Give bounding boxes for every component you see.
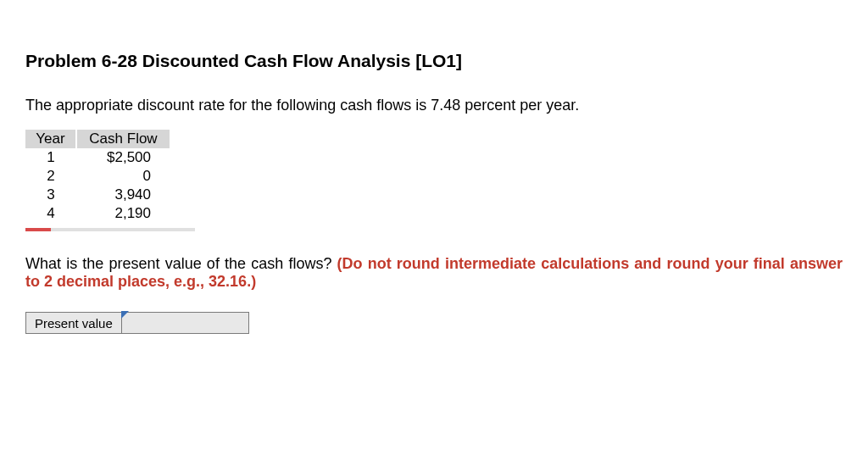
table-row: 3 3,940 (25, 186, 170, 204)
cell-flow: 0 (76, 167, 170, 186)
input-corner-marker-icon (121, 311, 129, 319)
cash-flow-table: Year Cash Flow 1 $2,500 2 0 3 3,940 4 2,… (25, 130, 170, 223)
cell-flow: $2,500 (76, 148, 170, 167)
present-value-input[interactable] (122, 312, 249, 334)
answer-row: Present value (25, 312, 843, 334)
cell-year: 3 (25, 186, 76, 204)
table-row: 4 2,190 (25, 204, 170, 223)
question-plain: What is the present value of the cash fl… (25, 255, 337, 272)
cell-year: 1 (25, 148, 76, 167)
cell-flow: 3,940 (76, 186, 170, 204)
question-text: What is the present value of the cash fl… (25, 255, 843, 291)
problem-intro: The appropriate discount rate for the fo… (25, 97, 843, 114)
col-header-flow: Cash Flow (76, 130, 170, 148)
cell-year: 2 (25, 167, 76, 186)
answer-label: Present value (25, 312, 122, 334)
table-accent-bar (25, 228, 195, 231)
col-header-year: Year (25, 130, 76, 148)
table-row: 1 $2,500 (25, 148, 170, 167)
table-row: 2 0 (25, 167, 170, 186)
problem-title: Problem 6-28 Discounted Cash Flow Analys… (25, 51, 843, 71)
cell-flow: 2,190 (76, 204, 170, 223)
cell-year: 4 (25, 204, 76, 223)
